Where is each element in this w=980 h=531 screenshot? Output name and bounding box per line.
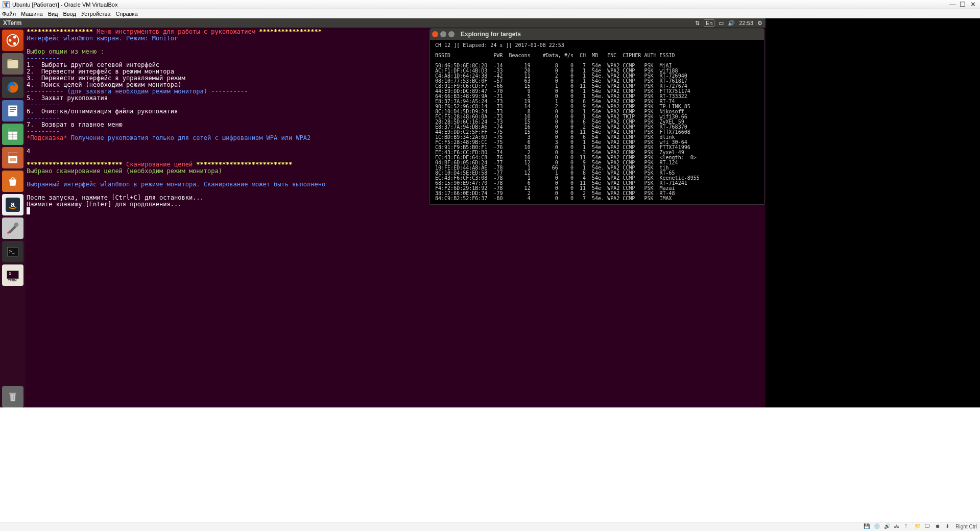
minimize-button[interactable]: — — [947, 1, 958, 8]
svg-point-22 — [14, 223, 19, 227]
vbox-statusbar: 💾 💿 🔊 🖧 ᛉ 📁 🖵 ⏺ ⬇ Right Ctrl — [0, 522, 980, 531]
svg-text:a: a — [11, 200, 15, 208]
vbox-title-text: Ubuntu [Работает] - Oracle VM VirtualBox — [12, 2, 117, 8]
usb-icon[interactable]: ᛉ — [904, 523, 912, 530]
unity-launcher: a >_ TERMX — [0, 28, 26, 407]
hostkey-label: Right Ctrl — [955, 524, 977, 529]
window-close-icon[interactable] — [432, 31, 438, 37]
svg-point-1 — [7, 35, 19, 46]
active-window-title: XTerm — [3, 19, 21, 27]
firefox-icon[interactable] — [2, 77, 23, 98]
network-indicator[interactable]: ⇅ — [695, 20, 700, 27]
xterm-icon[interactable]: TERMX — [2, 264, 23, 286]
network-icon[interactable]: 🖧 — [894, 523, 901, 530]
menu-machine[interactable]: Машина — [21, 11, 43, 17]
svg-text:X: X — [9, 272, 11, 276]
display-icon[interactable]: 🖵 — [925, 523, 932, 530]
menu-view[interactable]: Вид — [48, 11, 58, 17]
hdd-icon[interactable]: 💾 — [864, 523, 871, 530]
svg-rect-18 — [8, 153, 17, 156]
svg-rect-5 — [8, 60, 18, 68]
optical-icon[interactable]: 💿 — [874, 523, 881, 530]
svg-rect-11 — [10, 111, 14, 112]
terminal-cursor — [27, 207, 30, 214]
svg-point-4 — [13, 42, 16, 45]
svg-rect-29 — [9, 393, 16, 394]
airodump-output: CH 12 ][ Elapsed: 24 s ][ 2017-01-08 22:… — [430, 40, 764, 204]
hostkey-icon[interactable]: ⬇ — [945, 523, 952, 530]
clock[interactable]: 22:53 — [739, 20, 753, 26]
vbox-menubar: Файл Машина Вид Ввод Устройства Справка — [0, 9, 980, 18]
airodump-titlebar[interactable]: Exploring for targets — [430, 29, 764, 40]
svg-text:>_: >_ — [9, 249, 15, 254]
svg-rect-23 — [8, 232, 10, 234]
files-icon[interactable] — [2, 53, 23, 75]
window-minimize-icon[interactable] — [440, 31, 446, 37]
airodump-window[interactable]: Exploring for targets CH 12 ][ Elapsed: … — [429, 28, 764, 205]
svg-rect-19 — [10, 158, 16, 161]
close-button[interactable]: ✕ — [968, 1, 978, 8]
svg-rect-6 — [8, 59, 12, 61]
host-desktop-area — [0, 407, 980, 522]
svg-rect-9 — [10, 107, 16, 108]
settings-icon[interactable] — [2, 218, 23, 239]
vbox-titlebar: Ubuntu [Работает] - Oracle VM VirtualBox… — [0, 0, 980, 9]
impress-icon[interactable] — [2, 147, 23, 168]
menu-input[interactable]: Ввод — [63, 11, 76, 17]
svg-rect-10 — [10, 109, 16, 110]
table-row: 84:C9:B2:52:F6:37 -80 4 0 0 7 54e. WPA2 … — [432, 196, 672, 201]
airodump-title-text: Exploring for targets — [461, 31, 521, 38]
writer-icon[interactable] — [2, 100, 23, 122]
trash-icon[interactable] — [2, 386, 23, 407]
sound-indicator[interactable]: 🔊 — [728, 20, 735, 27]
menu-help[interactable]: Справка — [115, 11, 137, 17]
menu-devices[interactable]: Устройства — [81, 11, 111, 17]
terminal-icon[interactable]: >_ — [2, 241, 23, 262]
recording-icon[interactable]: ⏺ — [935, 523, 942, 530]
vbox-icon — [2, 1, 10, 9]
audio-icon[interactable]: 🔊 — [884, 523, 891, 530]
battery-indicator[interactable]: ▭ — [719, 20, 724, 27]
svg-point-2 — [9, 39, 11, 41]
keyboard-indicator[interactable]: En — [704, 19, 714, 27]
svg-text:TERM: TERM — [8, 278, 16, 282]
dash-home-icon[interactable] — [2, 30, 23, 51]
window-maximize-icon[interactable] — [448, 31, 455, 37]
shared-folder-icon[interactable]: 📁 — [915, 523, 922, 530]
svg-point-3 — [13, 36, 16, 38]
maximize-button[interactable]: ☐ — [958, 1, 968, 8]
calc-icon[interactable] — [2, 124, 23, 145]
guest-blank-area — [766, 18, 980, 407]
software-icon[interactable] — [2, 171, 23, 192]
menu-file[interactable]: Файл — [2, 11, 16, 17]
unity-top-panel: XTerm ⇅ En ▭ 🔊 22:53 ⚙ — [0, 18, 766, 28]
session-indicator[interactable]: ⚙ — [757, 20, 762, 27]
amazon-icon[interactable]: a — [2, 194, 23, 215]
svg-rect-13 — [8, 129, 17, 132]
